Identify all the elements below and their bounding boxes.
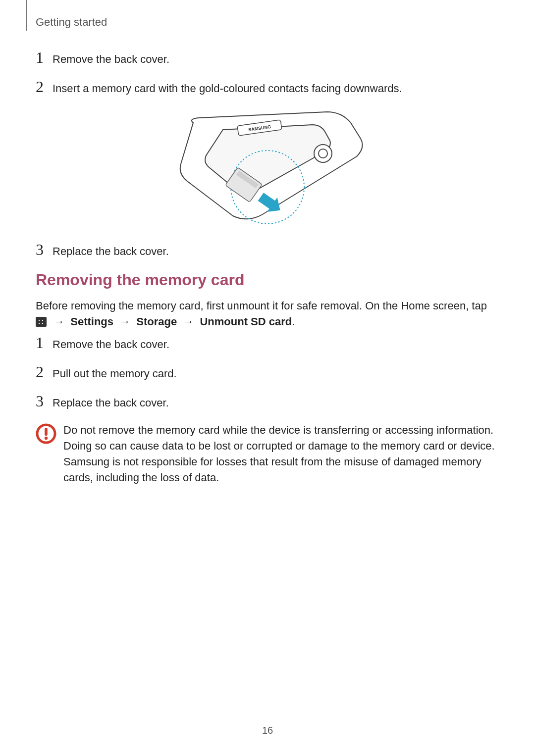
steps-list: 1 Remove the back cover. 2 Pull out the …: [36, 335, 499, 410]
caution-note: Do not remove the memory card while the …: [36, 422, 499, 486]
step-item: 3 Replace the back cover.: [36, 393, 499, 410]
svg-rect-8: [45, 428, 48, 436]
apps-grid-icon: [36, 315, 47, 325]
step-number: 2: [36, 79, 53, 95]
caution-text: Do not remove the memory card while the …: [60, 422, 499, 486]
step-number: 3: [36, 393, 53, 409]
step-number: 2: [36, 364, 53, 380]
step-text: Pull out the memory card.: [53, 364, 177, 381]
step-item: 3 Replace the back cover.: [36, 242, 499, 259]
arrow-icon: →: [183, 314, 194, 330]
page: Getting started 1 Remove the back cover.…: [0, 0, 535, 756]
header-rule: [26, 0, 27, 31]
step-item: 2 Pull out the memory card.: [36, 364, 499, 381]
step-text: Remove the back cover.: [53, 50, 169, 67]
step-number: 1: [36, 335, 53, 351]
step-item: 1 Remove the back cover.: [36, 50, 499, 67]
intro-text: Before removing the memory card, first u…: [36, 300, 487, 312]
nav-item-unmount: Unmount SD card: [200, 315, 292, 328]
svg-point-1: [319, 149, 327, 158]
running-header: Getting started: [36, 16, 107, 29]
caution-icon: [36, 423, 60, 446]
arrow-icon: →: [119, 314, 130, 330]
step-item: 2 Insert a memory card with the gold-col…: [36, 79, 499, 96]
step-number: 1: [36, 50, 53, 65]
step-item: 1 Remove the back cover.: [36, 335, 499, 352]
step-text: Remove the back cover.: [53, 335, 169, 352]
nav-item-settings: Settings: [70, 315, 113, 328]
arrow-icon: →: [54, 314, 64, 330]
step-text: Insert a memory card with the gold-colou…: [53, 79, 402, 96]
intro-paragraph: Before removing the memory card, first u…: [36, 298, 499, 330]
step-number: 3: [36, 242, 53, 257]
memory-card-illustration: SAMSUNG: [163, 108, 372, 227]
content-area: 1 Remove the back cover. 2 Insert a memo…: [36, 50, 499, 486]
step-text: Replace the back cover.: [53, 242, 169, 259]
svg-point-9: [45, 437, 48, 440]
page-number: 16: [0, 725, 535, 736]
section-heading: Removing the memory card: [36, 271, 499, 289]
period: .: [292, 315, 295, 328]
illustration-container: SAMSUNG: [36, 108, 499, 227]
step-text: Replace the back cover.: [53, 394, 169, 410]
nav-item-storage: Storage: [136, 315, 177, 328]
